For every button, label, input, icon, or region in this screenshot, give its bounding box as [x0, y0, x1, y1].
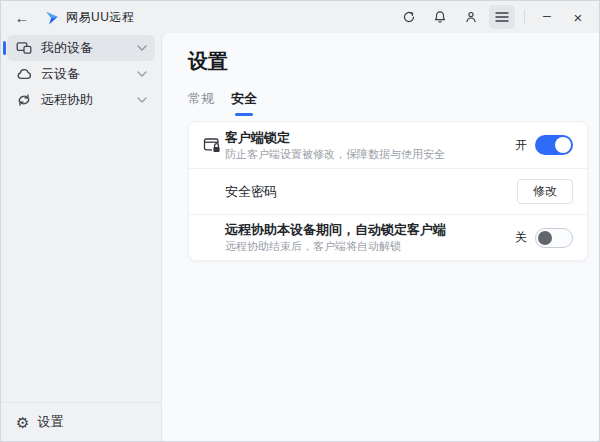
titlebar: ← 网易UU远程 — [1, 1, 599, 33]
setting-title: 客户端锁定 — [225, 130, 515, 146]
refresh-button[interactable] — [396, 5, 422, 29]
app-logo-icon — [43, 9, 60, 26]
bell-icon — [433, 10, 447, 24]
tab-security[interactable]: 安全 — [231, 90, 257, 116]
sidebar-item-label: 远程协助 — [41, 91, 137, 109]
sidebar-item-my-devices[interactable]: 我的设备 — [7, 35, 155, 61]
active-indicator — [3, 41, 6, 55]
setting-description: 防止客户端设置被修改，保障数据与使用安全 — [225, 148, 515, 161]
back-button[interactable]: ← — [9, 5, 35, 29]
toggle-knob — [538, 231, 552, 245]
hamburger-menu-icon — [495, 11, 509, 23]
toggle-knob — [555, 137, 571, 153]
minimize-button[interactable]: – — [534, 3, 560, 27]
chevron-down-icon — [137, 71, 147, 77]
refresh-icon — [402, 10, 416, 24]
sidebar-item-cloud-devices[interactable]: 云设备 — [7, 61, 155, 87]
app-title: 网易UU远程 — [66, 9, 134, 26]
titlebar-separator — [524, 10, 525, 24]
sidebar-settings-button[interactable]: ⚙ 设置 — [1, 402, 161, 441]
devices-icon — [16, 40, 32, 56]
setting-title: 远程协助本设备期间，自动锁定客户端 — [225, 222, 515, 238]
app-window: ← 网易UU远程 — [0, 0, 600, 442]
cloud-icon — [16, 66, 32, 82]
sidebar-item-label: 云设备 — [41, 65, 137, 83]
modify-password-button[interactable]: 修改 — [517, 179, 573, 204]
tab-general-label: 常规 — [188, 91, 214, 106]
tab-security-label: 安全 — [231, 91, 257, 106]
chevron-down-icon — [137, 97, 147, 103]
user-icon — [464, 10, 478, 24]
remote-assist-icon — [16, 92, 32, 108]
auto-lock-toggle[interactable] — [535, 228, 573, 248]
close-button[interactable]: × — [565, 5, 591, 29]
back-icon: ← — [15, 9, 30, 26]
setting-row-auto-lock: 远程协助本设备期间，自动锁定客户端 远程协助结束后，客户端将自动解锁 关 — [189, 214, 587, 260]
toggle-state-label: 开 — [515, 137, 527, 154]
account-button[interactable] — [458, 5, 484, 29]
settings-tabs: 常规 安全 — [188, 90, 599, 116]
minimize-icon: – — [543, 7, 551, 23]
close-icon: × — [574, 9, 583, 26]
main-menu-button[interactable] — [489, 5, 515, 29]
setting-row-client-lock: 客户端锁定 防止客户端设置被修改，保障数据与使用安全 开 — [189, 122, 587, 168]
sidebar: 我的设备 云设备 — [1, 33, 161, 441]
setting-row-security-password: 安全密码 修改 — [189, 168, 587, 214]
sidebar-item-label: 我的设备 — [41, 39, 137, 57]
sidebar-item-remote-assist[interactable]: 远程协助 — [7, 87, 155, 113]
client-lock-toggle[interactable] — [535, 135, 573, 155]
notifications-button[interactable] — [427, 5, 453, 29]
chevron-down-icon — [137, 45, 147, 51]
page-title: 设置 — [188, 48, 599, 75]
toggle-state-label: 关 — [515, 229, 527, 246]
sidebar-settings-label: 设置 — [37, 413, 63, 431]
settings-page: 设置 常规 安全 — [161, 33, 599, 441]
client-lock-icon — [203, 136, 225, 154]
security-settings-card: 客户端锁定 防止客户端设置被修改，保障数据与使用安全 开 安全密码 — [188, 121, 588, 261]
setting-description: 远程协助结束后，客户端将自动解锁 — [225, 240, 515, 253]
tab-general[interactable]: 常规 — [188, 90, 214, 116]
gear-icon: ⚙ — [16, 415, 29, 430]
setting-title: 安全密码 — [225, 184, 517, 200]
active-tab-underline — [235, 113, 253, 116]
